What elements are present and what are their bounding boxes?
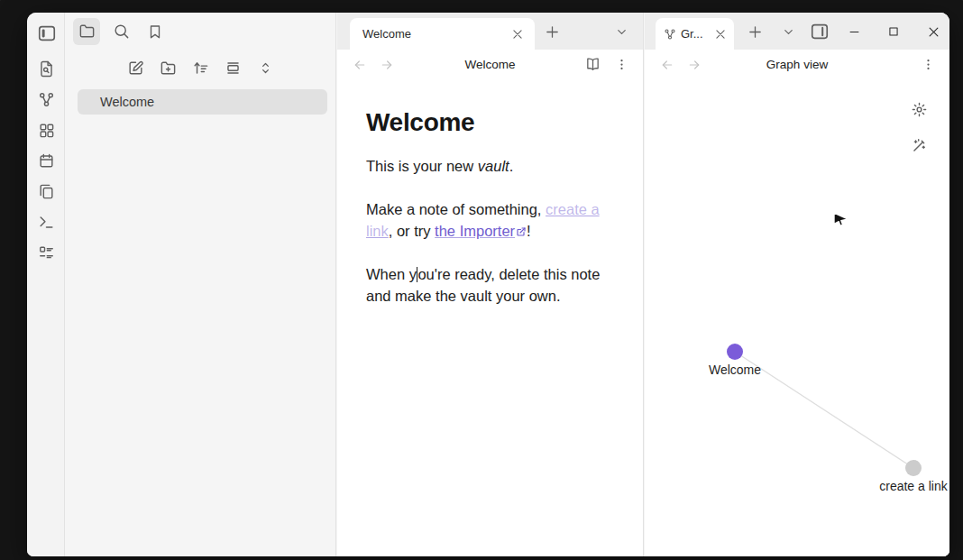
external-link-icon — [516, 226, 527, 237]
back-button[interactable] — [352, 57, 368, 73]
graph-node-welcome[interactable] — [727, 344, 743, 360]
minimize-icon — [848, 25, 861, 39]
terminal-icon — [38, 214, 55, 231]
new-folder-button[interactable] — [159, 58, 179, 78]
graph-tab[interactable]: Gr... — [656, 18, 734, 50]
graph-icon — [664, 28, 676, 41]
file-item-label: Welcome — [100, 95, 154, 109]
window-minimize-button[interactable] — [845, 23, 863, 41]
layout-list-icon — [38, 244, 55, 262]
search-tab-button[interactable] — [107, 18, 134, 45]
calendar-icon — [38, 152, 55, 170]
arrow-right-icon — [380, 58, 394, 72]
tab-list-button[interactable] — [612, 23, 630, 41]
text-segment: Make a note of something, — [366, 201, 546, 217]
new-tab-button[interactable] — [543, 23, 561, 41]
more-options-button[interactable] — [919, 56, 937, 74]
graph-node-label: create a link — [879, 479, 948, 493]
mouse-cursor-icon — [832, 210, 852, 230]
editor-tabbar: Welcome — [337, 13, 643, 50]
forward-button[interactable] — [686, 57, 702, 73]
graph-icon — [38, 91, 55, 108]
text-segment: When y — [366, 266, 417, 282]
stacked-rows-icon — [225, 60, 242, 77]
explorer-toolbar — [66, 50, 335, 86]
chevron-down-icon — [615, 25, 628, 39]
right-sidebar-toggle-button[interactable] — [809, 23, 830, 41]
arrow-left-icon — [660, 58, 674, 72]
bookmark-icon — [147, 23, 163, 40]
ribbon-item-outline[interactable] — [35, 242, 57, 263]
panel-right-icon — [810, 22, 830, 41]
forward-button[interactable] — [379, 57, 395, 73]
new-note-button[interactable] — [126, 58, 146, 78]
graph-settings-button[interactable] — [909, 99, 929, 119]
tab-close-button[interactable] — [712, 26, 729, 42]
graph-edge — [735, 352, 913, 468]
arrow-right-icon — [687, 58, 702, 72]
new-tab-button[interactable] — [746, 23, 764, 41]
new-folder-icon — [160, 60, 177, 77]
ribbon — [27, 13, 65, 556]
book-open-icon — [585, 57, 601, 72]
ribbon-item-command-palette[interactable] — [35, 211, 57, 233]
sort-order-button[interactable] — [191, 58, 211, 78]
files-icon — [38, 183, 55, 200]
ribbon-item-canvas[interactable] — [35, 119, 57, 141]
text-segment: ! — [527, 223, 531, 239]
panel-left-icon — [37, 23, 57, 43]
plus-icon — [545, 24, 560, 40]
more-vertical-icon — [922, 58, 935, 71]
ribbon-item-quick-switcher[interactable] — [35, 58, 57, 79]
tab-close-button[interactable] — [509, 26, 526, 42]
note-paragraph[interactable]: This is your new vault. — [366, 155, 611, 177]
note-paragraph[interactable]: Make a note of something, create a link,… — [366, 198, 611, 242]
settings-gear-icon — [911, 101, 928, 118]
bookmarks-tab-button[interactable] — [142, 18, 169, 45]
graph-plot: Welcomecreate a link — [645, 79, 949, 556]
external-link[interactable]: the Importer — [435, 223, 527, 239]
graph-view-header: Graph view — [645, 50, 949, 79]
desktop: Welcome Welcome — [0, 0, 963, 560]
folder-icon — [78, 23, 96, 40]
back-button[interactable] — [659, 57, 675, 73]
chevron-down-icon — [782, 25, 795, 39]
window-close-button[interactable] — [924, 23, 942, 41]
maximize-icon — [887, 25, 900, 38]
editor-pane: Welcome — [337, 13, 644, 556]
note-heading[interactable]: Welcome — [366, 108, 620, 137]
search-icon — [113, 23, 130, 40]
files-tab-button[interactable] — [73, 18, 100, 45]
sidebar-titlebar — [66, 13, 335, 50]
stacked-tabs-button[interactable] — [224, 58, 243, 78]
graph-animate-button[interactable] — [909, 135, 929, 155]
note-paragraph[interactable]: When you're ready, delete this note and … — [366, 263, 611, 307]
ribbon-item-graph[interactable] — [35, 88, 57, 110]
editor-tab-welcome[interactable]: Welcome — [350, 18, 535, 50]
more-vertical-icon — [615, 58, 628, 71]
close-icon — [927, 25, 940, 39]
close-icon — [714, 28, 727, 41]
emphasis-text: vault — [478, 158, 509, 174]
close-icon — [511, 28, 524, 41]
tab-label: Gr... — [681, 27, 708, 41]
new-note-icon — [127, 60, 144, 77]
graph-node-create-a-link[interactable] — [905, 460, 922, 476]
file-item-welcome[interactable]: Welcome — [78, 89, 327, 115]
graph-canvas[interactable]: Welcomecreate a link — [645, 79, 949, 556]
tab-list-button[interactable] — [779, 23, 797, 41]
window-maximize-button[interactable] — [885, 23, 903, 41]
file-list: Welcome — [78, 89, 327, 115]
file-search-icon — [38, 60, 55, 78]
note-content[interactable]: Welcome This is your new vault.Make a no… — [366, 108, 620, 328]
graph-pane: Gr... — [645, 13, 949, 556]
layout-grid-icon — [38, 122, 55, 139]
reading-mode-button[interactable] — [583, 56, 601, 74]
ribbon-item-daily-note[interactable] — [35, 150, 57, 171]
chevrons-up-down-icon — [258, 60, 273, 76]
left-sidebar-toggle-button[interactable] — [35, 22, 59, 45]
collapse-all-button[interactable] — [256, 58, 276, 78]
text-segment: . — [509, 158, 514, 174]
ribbon-item-templates[interactable] — [35, 180, 57, 202]
more-options-button[interactable] — [612, 56, 630, 74]
